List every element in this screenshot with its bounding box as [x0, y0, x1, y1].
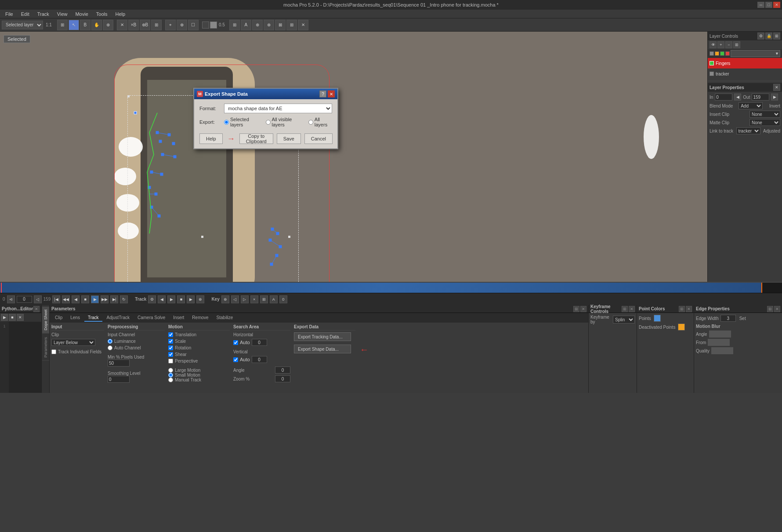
play-forward-slow[interactable]: ◁: [34, 295, 42, 303]
link-track-select[interactable]: tracker: [736, 127, 760, 134]
tab-remove[interactable]: Remove: [188, 314, 212, 322]
from-ep-input[interactable]: [708, 339, 730, 346]
export-shape-btn[interactable]: Export Shape Data...: [294, 345, 351, 353]
layer-tracker[interactable]: tracker: [708, 68, 782, 79]
menu-file[interactable]: File: [2, 11, 17, 18]
tab-lens[interactable]: Lens: [67, 314, 83, 322]
tool-btn-9[interactable]: ⊞: [151, 20, 162, 30]
shear-check[interactable]: [168, 352, 173, 357]
play-btn[interactable]: ▶: [91, 295, 99, 303]
menu-tools[interactable]: Tools: [93, 11, 111, 18]
tool-btn-12[interactable]: ☐: [188, 20, 199, 30]
tool-btn-15[interactable]: ⊕: [252, 20, 263, 30]
tab-camera[interactable]: Camera Solve: [134, 314, 169, 322]
h-auto-check[interactable]: [233, 340, 238, 345]
tool-btn-19[interactable]: ✕: [298, 20, 308, 30]
points-color-swatch[interactable]: [654, 315, 661, 322]
params-expand[interactable]: ⊞: [573, 306, 579, 312]
tool-btn-18[interactable]: ⊞: [286, 20, 297, 30]
matte-clip-select[interactable]: None: [749, 119, 780, 126]
auto-channel-radio[interactable]: [108, 345, 112, 350]
minimize-button[interactable]: ─: [757, 2, 764, 8]
timeline-area[interactable]: [0, 282, 782, 293]
layer-copy-icon[interactable]: ⊞: [733, 41, 740, 48]
tab-insert[interactable]: Insert: [170, 314, 188, 322]
menu-view[interactable]: View: [54, 11, 71, 18]
all-layers-radio[interactable]: [308, 120, 313, 125]
key-btn-1[interactable]: ⊕: [221, 295, 229, 303]
cancel-btn[interactable]: Cancel: [304, 133, 333, 144]
props-close[interactable]: ✕: [773, 84, 780, 91]
dialog-close-btn[interactable]: ✕: [328, 90, 335, 97]
in-set-btn[interactable]: ◀: [734, 93, 741, 101]
selected-layers-radio[interactable]: [224, 120, 229, 125]
pt-colors-close[interactable]: ✕: [686, 306, 692, 312]
luminance-radio[interactable]: [108, 339, 112, 344]
keyframe-by-select[interactable]: Splin Frame: [613, 316, 635, 324]
tool-btn-13[interactable]: ⊞: [229, 20, 240, 30]
tab-stabilize[interactable]: Stabilize: [213, 314, 237, 322]
tool-btn-14[interactable]: A: [241, 20, 251, 30]
dialog-help-icon-btn[interactable]: ?: [319, 90, 326, 97]
export-tracking-btn[interactable]: Export Tracking Data...: [294, 332, 351, 341]
track-fwd[interactable]: ▶: [167, 295, 175, 303]
step-forward[interactable]: ▶▶: [101, 295, 109, 303]
dope-tab-params[interactable]: Parameters: [42, 334, 49, 361]
scale-check[interactable]: [168, 339, 173, 344]
loop-btn[interactable]: ↻: [120, 295, 128, 303]
key-btn-2[interactable]: ◁: [231, 295, 239, 303]
params-close[interactable]: ✕: [580, 306, 586, 312]
insert-clip-select[interactable]: None: [749, 111, 780, 118]
angle-input[interactable]: [275, 367, 290, 374]
python-close[interactable]: ✕: [33, 306, 40, 312]
track-stop[interactable]: ■: [177, 295, 185, 303]
zoom-input[interactable]: [275, 375, 290, 382]
pt-colors-expand[interactable]: ⊞: [679, 306, 685, 312]
step-back[interactable]: |◀: [52, 295, 60, 303]
py-clear[interactable]: ✕: [17, 314, 24, 321]
tool-btn-8[interactable]: ⊕B: [140, 20, 150, 30]
min-px-input[interactable]: [108, 359, 130, 367]
menu-movie[interactable]: Movie: [72, 11, 91, 18]
tool-btn-17[interactable]: ⊠: [275, 20, 286, 30]
goto-start-btn[interactable]: ⊲: [7, 295, 15, 303]
step-back-2[interactable]: ◀◀: [62, 295, 70, 303]
angle-ep-input[interactable]: [709, 331, 731, 338]
close-button[interactable]: ✕: [773, 2, 780, 8]
export-shape-dialog[interactable]: M Export Shape Data ? ✕ Format: mocha sh…: [193, 88, 338, 149]
layer-select[interactable]: Selected layer: [2, 21, 43, 29]
layer-color-expand[interactable]: ▼: [731, 50, 780, 57]
tool-btn-10[interactable]: ⌖: [165, 20, 176, 30]
tool-btn-5[interactable]: ⊕: [103, 20, 113, 30]
menu-help[interactable]: Help: [112, 11, 129, 18]
key-btn-6[interactable]: A: [270, 295, 278, 303]
track-back[interactable]: ◀: [158, 295, 166, 303]
layer-controls-expand[interactable]: ⊞: [773, 32, 780, 40]
python-editor-area[interactable]: [9, 322, 41, 393]
manual-track-radio[interactable]: [168, 377, 173, 382]
step-back-3[interactable]: ◀: [72, 295, 80, 303]
tool-btn-11[interactable]: ⊕: [177, 20, 187, 30]
copy-to-clipboard-btn[interactable]: Copy to Clipboard: [239, 133, 273, 144]
large-motion-radio[interactable]: [168, 368, 173, 373]
tool-btn-2[interactable]: ↖: [69, 20, 79, 30]
h-value-input[interactable]: [252, 339, 267, 346]
edge-props-close[interactable]: ✕: [774, 306, 780, 312]
layer-below-select[interactable]: Layer Below: [51, 339, 95, 346]
track-settings[interactable]: ⚙: [148, 295, 156, 303]
keyframe-expand[interactable]: ⊞: [622, 306, 628, 312]
tool-btn-6[interactable]: ✕: [117, 20, 127, 30]
edge-width-input[interactable]: [720, 315, 736, 322]
edge-props-expand[interactable]: ⊞: [767, 306, 773, 312]
menu-edit[interactable]: Edit: [18, 11, 33, 18]
blend-mode-select[interactable]: Add Normal: [739, 102, 763, 109]
color-swatch-1[interactable]: [202, 22, 209, 29]
layer-controls-settings[interactable]: ⚙: [757, 32, 764, 40]
small-motion-radio[interactable]: [168, 373, 173, 377]
translation-check[interactable]: [168, 332, 173, 337]
py-run[interactable]: ▶: [1, 314, 8, 321]
rotation-check[interactable]: [168, 345, 173, 350]
current-frame-input[interactable]: [17, 296, 32, 303]
out-set-btn[interactable]: ▶: [771, 93, 778, 101]
layer-fingers[interactable]: Fingers: [708, 58, 782, 68]
